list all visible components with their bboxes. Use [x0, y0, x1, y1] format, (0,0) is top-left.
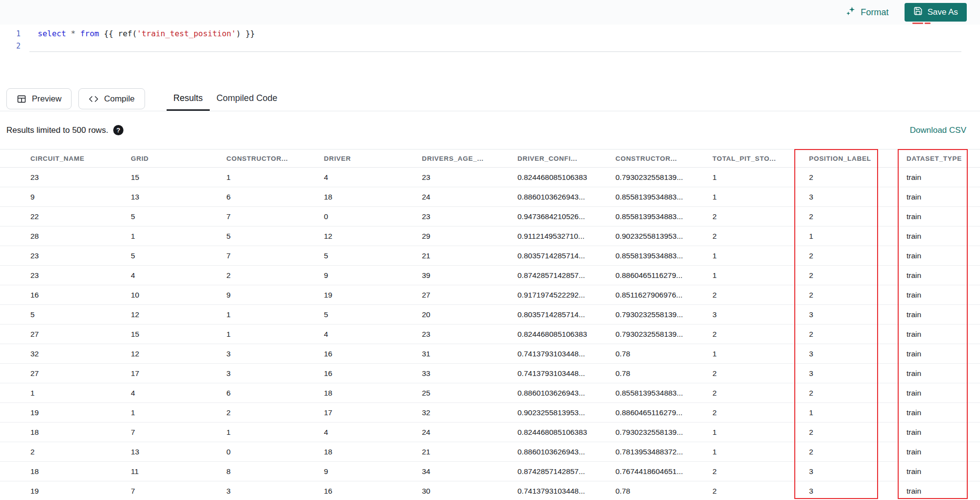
compile-button[interactable]: Compile [78, 88, 145, 109]
table-cell: 0.7413793103448... [517, 481, 615, 500]
table-icon [17, 94, 26, 104]
table-cell: 2 [809, 442, 898, 462]
table-cell: 16 [324, 344, 422, 364]
table-cell: 17 [324, 403, 422, 423]
table-cell: 2 [809, 383, 898, 403]
table-row: 22570230.9473684210526...0.8558139534883… [0, 207, 980, 226]
table-row: 181189340.8742857142857...0.767441860465… [0, 462, 980, 481]
table-cell: 2 [712, 462, 809, 481]
table-cell: 27 [0, 364, 131, 383]
table-cell: 32 [422, 403, 517, 423]
preview-button[interactable]: Preview [6, 88, 72, 109]
column-header[interactable]: DRIVER_CONFI... [517, 150, 615, 168]
table-row: 213018210.8860103626943...0.781395348837… [0, 442, 980, 462]
code-line-2[interactable] [29, 40, 961, 52]
sql-ide-window: Format Save As 1 select * from {{ ref('t… [0, 0, 980, 500]
column-header[interactable]: POSITION_LABEL [809, 150, 898, 168]
table-row: 23429390.8742857142857...0.8860465116279… [0, 266, 980, 285]
code-token [66, 29, 71, 38]
table-cell: 0.9112149532710... [517, 226, 615, 246]
table-cell: 3 [226, 344, 324, 364]
table-cell: train [898, 383, 980, 403]
table-cell: 0.8558139534883... [615, 246, 712, 266]
table-cell: 7 [226, 246, 324, 266]
compile-label: Compile [104, 94, 134, 104]
table-cell: 1 [226, 168, 324, 187]
help-icon[interactable]: ? [113, 125, 123, 135]
code-line-1[interactable]: select * from {{ ref('train_test_positio… [29, 29, 961, 38]
table-cell: 7 [131, 423, 226, 442]
code-icon [89, 94, 98, 104]
table-cell: 18 [324, 442, 422, 462]
table-cell: 21 [422, 246, 517, 266]
column-header[interactable]: CONSTRUCTOR... [226, 150, 324, 168]
format-button[interactable]: Format [846, 6, 889, 19]
table-cell: 0.8742857142857... [517, 462, 615, 481]
table-cell: 0.8511627906976... [615, 285, 712, 305]
table-cell: train [898, 364, 980, 383]
table-cell: 9 [324, 462, 422, 481]
table-row: 191217320.9023255813953...0.886046511627… [0, 403, 980, 423]
table-cell: train [898, 285, 980, 305]
table-cell: 5 [131, 246, 226, 266]
tab-results[interactable]: Results [167, 87, 210, 111]
save-as-button[interactable]: Save As [905, 3, 967, 22]
column-header[interactable]: GRID [131, 150, 226, 168]
table-cell: 2 [809, 207, 898, 226]
table-cell: 2 [809, 168, 898, 187]
table-cell: 2 [809, 285, 898, 305]
table-row: 913618240.8860103626943...0.855813953488… [0, 187, 980, 207]
sql-editor[interactable]: 1 select * from {{ ref('train_test_posit… [0, 25, 980, 87]
results-limit-text: Results limited to 500 rows. [6, 125, 108, 135]
column-header[interactable]: CIRCUIT_NAME [0, 150, 131, 168]
table-cell: 4 [131, 383, 226, 403]
table-cell: 2 [712, 364, 809, 383]
results-table-container: CIRCUIT_NAMEGRIDCONSTRUCTOR...DRIVERDRIV… [0, 149, 980, 500]
table-row: 51215200.8035714285714...0.7930232558139… [0, 305, 980, 325]
table-cell: 0.8860103626943... [517, 187, 615, 207]
table-cell: 0.824468085106383 [517, 168, 615, 187]
table-cell: 16 [0, 285, 131, 305]
table-cell: 19 [0, 481, 131, 500]
tab-compiled-code[interactable]: Compiled Code [210, 87, 284, 111]
table-cell: 4 [324, 423, 422, 442]
table-cell: 24 [422, 423, 517, 442]
table-cell: 0.8742857142857... [517, 266, 615, 285]
column-header[interactable]: DATASET_TYPE [898, 150, 980, 168]
column-header[interactable]: CONSTRUCTOR... [615, 150, 712, 168]
table-cell: 0 [324, 207, 422, 226]
table-cell: 0.8860465116279... [615, 266, 712, 285]
table-cell: 1 [712, 168, 809, 187]
table-row: 14618250.8860103626943...0.8558139534883… [0, 383, 980, 403]
column-header[interactable]: DRIVER [324, 150, 422, 168]
table-cell: 18 [0, 462, 131, 481]
table-cell: 0 [226, 442, 324, 462]
table-cell: 6 [226, 383, 324, 403]
code-token [75, 29, 80, 38]
code-token: select [38, 29, 66, 38]
download-csv-link[interactable]: Download CSV [910, 125, 966, 135]
table-cell: 1 [809, 226, 898, 246]
table-cell: 1 [131, 226, 226, 246]
table-cell: 2 [226, 266, 324, 285]
table-cell: 0.824468085106383 [517, 423, 615, 442]
save-as-label: Save As [928, 7, 958, 17]
format-label: Format [861, 7, 889, 18]
table-cell: 0.824468085106383 [517, 325, 615, 344]
results-info-bar: Results limited to 500 rows. ? Download … [0, 111, 980, 149]
table-cell: 0.8860103626943... [517, 442, 615, 462]
table-cell: 5 [226, 226, 324, 246]
table-cell: 24 [422, 187, 517, 207]
code-token: from [80, 29, 99, 38]
table-cell: 17 [131, 364, 226, 383]
code-token: ) [236, 29, 241, 38]
column-header[interactable]: TOTAL_PIT_STO... [712, 150, 809, 168]
table-cell: 0.7930232558139... [615, 168, 712, 187]
column-header[interactable]: DRIVERS_AGE_... [422, 150, 517, 168]
table-row: 18714240.8244680851063830.7930232558139.… [0, 423, 980, 442]
table-cell: train [898, 344, 980, 364]
table-cell: 18 [0, 423, 131, 442]
table-cell: 2 [712, 325, 809, 344]
table-cell: 9 [324, 266, 422, 285]
table-cell: 0.8558139534883... [615, 187, 712, 207]
